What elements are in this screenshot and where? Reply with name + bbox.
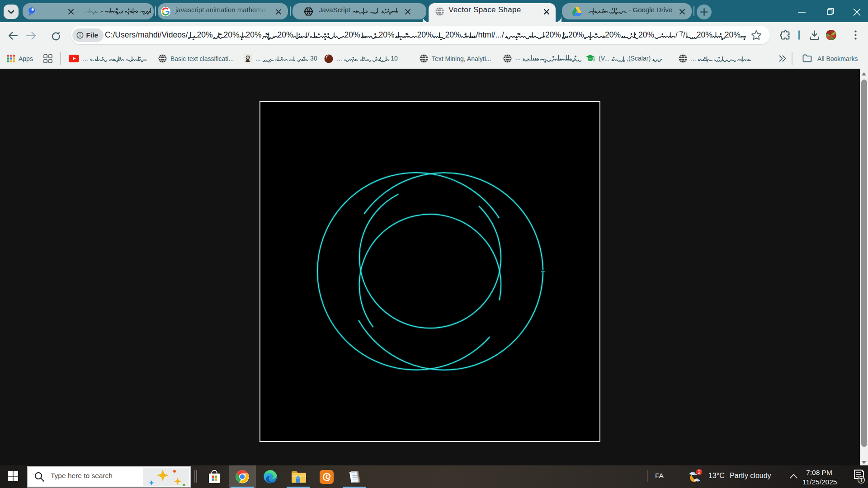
svg-text:2: 2 (698, 469, 701, 475)
svg-text:1: 1 (860, 477, 863, 483)
